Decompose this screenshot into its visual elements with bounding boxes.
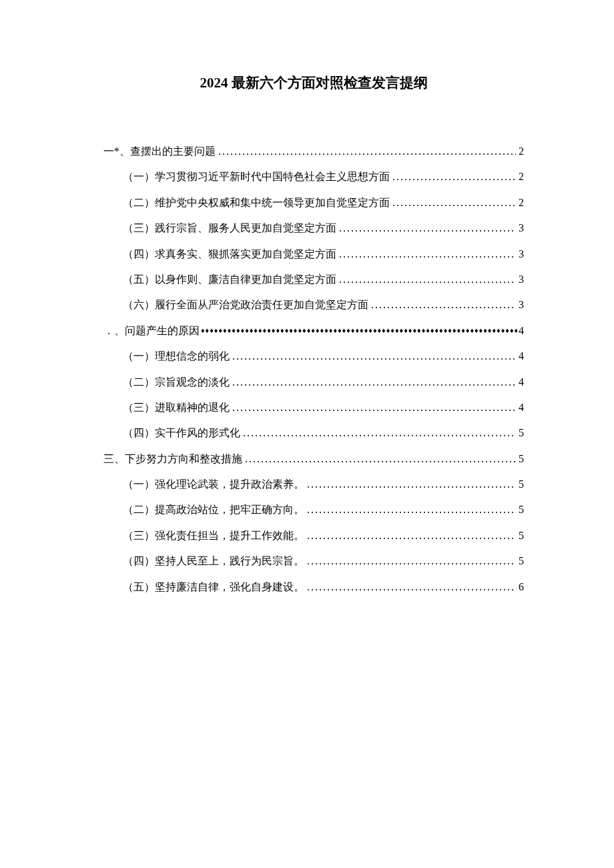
toc-label: ．、问题产生的原因 [103, 318, 200, 344]
toc-section-3: 三、下步努力方向和整改措施 ..........................… [103, 446, 524, 472]
toc-page: 4 [519, 318, 524, 344]
toc-leader: ........................................… [371, 292, 516, 318]
toc-leader: ........................................… [232, 395, 516, 420]
toc-page: 4 [519, 370, 524, 395]
toc-leader: ........................................… [307, 574, 516, 600]
toc-label: （五）坚持廉洁自律，强化自身建设。 [123, 574, 304, 600]
toc-leader: ........................................… [339, 242, 516, 267]
toc-leader: ........................................… [232, 344, 516, 369]
toc-item: （四）坚持人民至上，践行为民宗旨。 ......................… [123, 548, 524, 574]
toc-page: 5 [519, 523, 524, 548]
toc-label: （一）强化理论武装，提升政治素养。 [123, 472, 304, 497]
toc-leader: ........................................… [339, 267, 516, 292]
toc-page: 5 [519, 497, 524, 522]
toc-label: （三）践行宗旨、服务人民更加自觉坚定方面 [123, 215, 336, 241]
toc-label: （二）宗旨观念的淡化 [123, 370, 230, 395]
toc-label: （一）理想信念的弱化 [123, 344, 230, 369]
toc-page: 4 [519, 344, 524, 369]
toc-leader: ........................................… [307, 472, 516, 497]
toc-leader: ........................................… [218, 139, 516, 164]
toc-item: （五）以身作则、廉洁自律更加自觉坚定方面 ...................… [123, 267, 524, 292]
toc-label: 三、下步努力方向和整改措施 [103, 446, 242, 472]
toc-page: 3 [519, 292, 524, 318]
toc-leader: ........................................… [392, 190, 516, 215]
toc-page: 5 [519, 472, 524, 497]
toc-page: 5 [519, 446, 524, 472]
toc-page: 2 [519, 164, 524, 189]
toc-label: （二）维护党中央权威和集中统一领导更加自觉坚定方面 [123, 190, 390, 215]
toc-label: 一*、查摆出的主要问题 [103, 139, 216, 164]
document-title: 2024 最新六个方面对照检查发言提纲 [103, 73, 524, 92]
toc-leader: ........................................… [243, 420, 516, 446]
toc-section-2: ．、问题产生的原因 ♦♦♦♦♦♦♦♦♦♦♦♦♦♦♦♦♦♦♦♦♦♦♦♦♦♦♦♦♦♦… [103, 318, 524, 344]
toc-page: 2 [519, 139, 524, 164]
toc-label: （一）学习贯彻习近平新时代中国特色社会主义思想方面 [123, 164, 390, 189]
toc-item: （一）理想信念的弱化 .............................… [123, 344, 524, 369]
toc-leader-diamond: ♦♦♦♦♦♦♦♦♦♦♦♦♦♦♦♦♦♦♦♦♦♦♦♦♦♦♦♦♦♦♦♦♦♦♦♦♦♦♦♦… [201, 322, 517, 339]
toc-page: 6 [519, 574, 524, 600]
toc-label: （四）坚持人民至上，践行为民宗旨。 [123, 548, 304, 574]
toc-page: 4 [519, 395, 524, 420]
toc-item: （三）强化责任担当，提升工作效能。 ......................… [123, 523, 524, 548]
toc-page: 5 [519, 548, 524, 574]
toc-label: （六）履行全面从严治党政治责任更加自觉坚定方面 [123, 292, 368, 318]
toc-item: （二）提高政治站位，把牢正确方向。 ......................… [123, 497, 524, 522]
toc-leader: ........................................… [307, 497, 516, 522]
toc-item: （一）强化理论武装，提升政治素养。 ......................… [123, 472, 524, 497]
toc-section-1: 一*、查摆出的主要问题 ............................… [103, 139, 524, 164]
toc-item: （一）学习贯彻习近平新时代中国特色社会主义思想方面 ..............… [123, 164, 524, 189]
toc-page: 2 [519, 190, 524, 215]
toc-leader: ........................................… [339, 215, 516, 241]
toc-leader: ........................................… [392, 164, 516, 189]
toc-item: （二）宗旨观念的淡化 .............................… [123, 370, 524, 395]
toc-item: （三）践行宗旨、服务人民更加自觉坚定方面 ...................… [123, 215, 524, 241]
toc-item: （五）坚持廉洁自律，强化自身建设。 ......................… [123, 574, 524, 600]
toc-page: 5 [519, 420, 524, 446]
toc-label: （五）以身作则、廉洁自律更加自觉坚定方面 [123, 267, 336, 292]
toc-page: 3 [519, 215, 524, 241]
toc-label: （三）进取精神的退化 [123, 395, 230, 420]
toc-leader: ........................................… [245, 446, 516, 472]
toc-leader: ........................................… [307, 548, 516, 574]
toc-item: （四）实干作风的形式化 ............................… [123, 420, 524, 446]
table-of-contents: 一*、查摆出的主要问题 ............................… [103, 139, 524, 600]
toc-label: （四）实干作风的形式化 [123, 420, 240, 446]
toc-page: 3 [519, 267, 524, 292]
toc-leader: ........................................… [232, 370, 516, 395]
toc-label: （二）提高政治站位，把牢正确方向。 [123, 497, 304, 522]
toc-label: （三）强化责任担当，提升工作效能。 [123, 523, 304, 548]
toc-page: 3 [519, 242, 524, 267]
toc-label: （四）求真务实、狠抓落实更加自觉坚定方面 [123, 242, 336, 267]
toc-leader: ........................................… [307, 523, 516, 548]
toc-item: （六）履行全面从严治党政治责任更加自觉坚定方面 ................… [123, 292, 524, 318]
toc-item: （三）进取精神的退化 .............................… [123, 395, 524, 420]
toc-item: （二）维护党中央权威和集中统一领导更加自觉坚定方面 ..............… [123, 190, 524, 215]
toc-item: （四）求真务实、狠抓落实更加自觉坚定方面 ...................… [123, 242, 524, 267]
